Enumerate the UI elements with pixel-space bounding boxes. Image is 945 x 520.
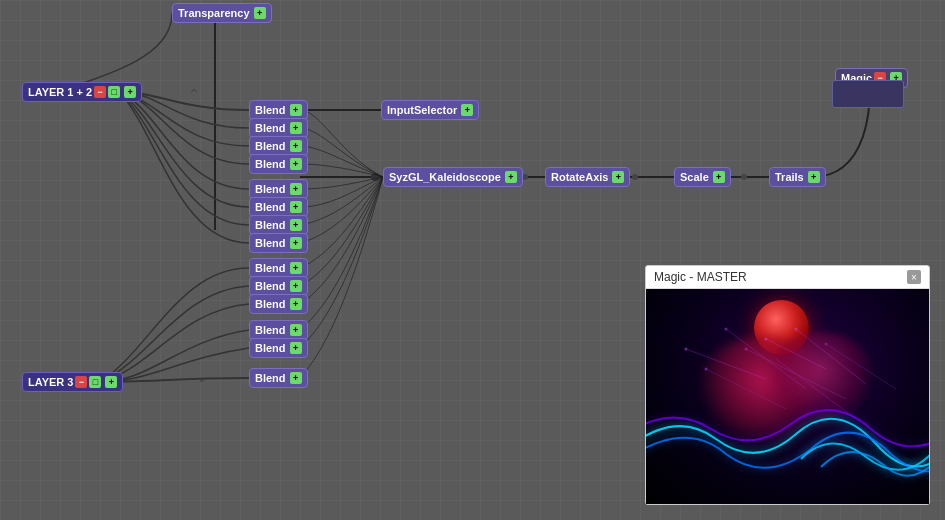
- svg-point-0: [371, 173, 379, 181]
- layer3-minus[interactable]: −: [75, 376, 87, 388]
- blend-node-8[interactable]: Blend+: [249, 258, 308, 278]
- blend13-plus[interactable]: +: [290, 372, 302, 384]
- svg-point-1: [522, 174, 528, 180]
- blend10-plus[interactable]: +: [290, 298, 302, 310]
- layer3-node[interactable]: LAYER 3 − □ +: [22, 372, 123, 392]
- trails-plus[interactable]: +: [808, 171, 820, 183]
- trails-label: Trails: [775, 171, 804, 183]
- magic-panel-close-button[interactable]: ×: [907, 270, 921, 284]
- svg-text:›: ›: [185, 88, 201, 93]
- syzgl-node[interactable]: SyzGL_Kaleidoscope +: [383, 167, 523, 187]
- blend-node-3[interactable]: Blend+: [249, 154, 308, 174]
- blend7-plus[interactable]: +: [290, 237, 302, 249]
- layer1-plus-icon[interactable]: +: [124, 86, 136, 98]
- svg-point-3: [741, 174, 747, 180]
- blend-node-13[interactable]: Blend+: [249, 368, 308, 388]
- layer1-green1-icon[interactable]: □: [108, 86, 120, 98]
- magic-panel-image: [646, 289, 929, 504]
- rotate-axis-plus[interactable]: +: [612, 171, 624, 183]
- syzgl-label: SyzGL_Kaleidoscope: [389, 171, 501, 183]
- layer1-node[interactable]: LAYER 1 + 2 − □ +: [22, 82, 142, 102]
- blend4-plus[interactable]: +: [290, 183, 302, 195]
- layer3-label: LAYER 3: [28, 376, 73, 388]
- blend2-plus[interactable]: +: [290, 140, 302, 152]
- blend1-plus[interactable]: +: [290, 122, 302, 134]
- transparency-label: Transparency: [178, 7, 250, 19]
- blend11-plus[interactable]: +: [290, 324, 302, 336]
- blend-node-12[interactable]: Blend+: [249, 338, 308, 358]
- syzgl-plus[interactable]: +: [505, 171, 517, 183]
- svg-text:›: ›: [195, 378, 211, 383]
- blend6-plus[interactable]: +: [290, 219, 302, 231]
- trails-node[interactable]: Trails +: [769, 167, 826, 187]
- magic-preview-thumb: [832, 80, 904, 108]
- blend9-plus[interactable]: +: [290, 280, 302, 292]
- blend3-plus[interactable]: +: [290, 158, 302, 170]
- layer3-plus[interactable]: +: [105, 376, 117, 388]
- blend-node-10[interactable]: Blend+: [249, 294, 308, 314]
- input-selector-label: InputSelector: [387, 104, 457, 116]
- blend-node-1[interactable]: Blend+: [249, 118, 308, 138]
- blend-node-2[interactable]: Blend+: [249, 136, 308, 156]
- blend-node-11[interactable]: Blend+: [249, 320, 308, 340]
- magic-panel-header: Magic - MASTER ×: [646, 266, 929, 289]
- scale-label: Scale: [680, 171, 709, 183]
- rotate-axis-node[interactable]: RotateAxis +: [545, 167, 630, 187]
- magic-panel-title: Magic - MASTER: [654, 270, 747, 284]
- blend-node-4[interactable]: Blend+: [249, 179, 308, 199]
- input-selector-plus[interactable]: +: [461, 104, 473, 116]
- layer1-label: LAYER 1 + 2: [28, 86, 92, 98]
- blend12-plus[interactable]: +: [290, 342, 302, 354]
- scale-node[interactable]: Scale +: [674, 167, 731, 187]
- blend0-plus[interactable]: +: [290, 104, 302, 116]
- transparency-plus-icon[interactable]: +: [254, 7, 266, 19]
- blend-node-6[interactable]: Blend+: [249, 215, 308, 235]
- svg-point-2: [632, 174, 638, 180]
- layer3-green1[interactable]: □: [89, 376, 101, 388]
- blend-node-9[interactable]: Blend+: [249, 276, 308, 296]
- neon-visualization: [646, 289, 929, 504]
- layer1-minus-icon[interactable]: −: [94, 86, 106, 98]
- input-selector-node[interactable]: InputSelector +: [381, 100, 479, 120]
- blend5-plus[interactable]: +: [290, 201, 302, 213]
- magic-panel: Magic - MASTER ×: [645, 265, 930, 505]
- rotate-axis-label: RotateAxis: [551, 171, 608, 183]
- blend-node-5[interactable]: Blend+: [249, 197, 308, 217]
- blend-node-0[interactable]: Blend+: [249, 100, 308, 120]
- scale-plus[interactable]: +: [713, 171, 725, 183]
- blend8-plus[interactable]: +: [290, 262, 302, 274]
- blend-node-7[interactable]: Blend+: [249, 233, 308, 253]
- transparency-node[interactable]: Transparency +: [172, 3, 272, 23]
